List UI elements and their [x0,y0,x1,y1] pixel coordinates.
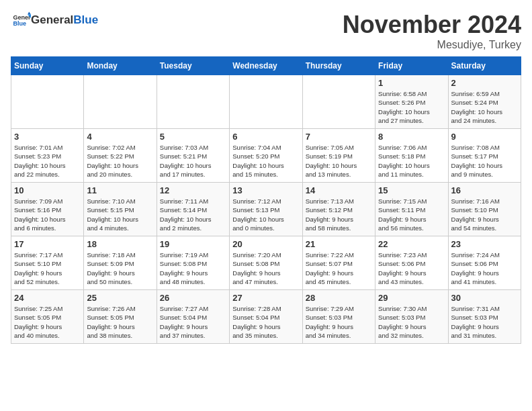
day-number: 15 [378,185,445,195]
day-number: 18 [87,239,153,249]
day-info: Sunrise: 7:22 AM Sunset: 5:07 PM Dayligh… [306,250,372,286]
day-info: Sunrise: 7:04 AM Sunset: 5:20 PM Dayligh… [232,143,299,179]
day-info: Sunrise: 7:25 AM Sunset: 5:05 PM Dayligh… [14,304,81,340]
calendar-cell [157,75,229,129]
day-number: 14 [306,185,372,195]
calendar-cell: 4Sunrise: 7:02 AM Sunset: 5:22 PM Daylig… [84,129,157,183]
calendar-cell [84,75,157,129]
week-row-1: 1Sunrise: 6:58 AM Sunset: 5:26 PM Daylig… [11,75,521,129]
day-number: 3 [14,132,81,142]
day-header-tuesday: Tuesday [157,57,229,75]
day-number: 11 [87,185,153,195]
day-number: 16 [451,185,518,195]
calendar-cell: 9Sunrise: 7:08 AM Sunset: 5:17 PM Daylig… [448,129,521,183]
calendar-cell: 13Sunrise: 7:12 AM Sunset: 5:13 PM Dayli… [230,183,302,236]
calendar-cell: 20Sunrise: 7:20 AM Sunset: 5:08 PM Dayli… [230,236,302,290]
day-header-thursday: Thursday [302,57,375,75]
day-info: Sunrise: 7:09 AM Sunset: 5:16 PM Dayligh… [14,197,81,232]
calendar-cell [230,75,302,129]
day-info: Sunrise: 7:16 AM Sunset: 5:10 PM Dayligh… [451,197,518,232]
calendar-cell: 21Sunrise: 7:22 AM Sunset: 5:07 PM Dayli… [302,236,375,290]
day-number: 4 [87,132,153,142]
day-number: 9 [451,132,518,142]
calendar-cell: 24Sunrise: 7:25 AM Sunset: 5:05 PM Dayli… [11,290,84,344]
day-header-monday: Monday [84,57,157,75]
day-number: 13 [232,185,299,195]
calendar-cell: 15Sunrise: 7:15 AM Sunset: 5:11 PM Dayli… [375,183,448,236]
week-row-4: 17Sunrise: 7:17 AM Sunset: 5:10 PM Dayli… [11,236,521,290]
day-info: Sunrise: 7:24 AM Sunset: 5:06 PM Dayligh… [451,250,518,286]
logo: General Blue GeneralBlue [11,11,98,30]
day-header-sunday: Sunday [11,57,84,75]
day-number: 29 [378,293,445,303]
day-header-saturday: Saturday [448,57,521,75]
days-header-row: SundayMondayTuesdayWednesdayThursdayFrid… [11,57,521,75]
day-info: Sunrise: 6:59 AM Sunset: 5:24 PM Dayligh… [451,89,518,125]
svg-text:Blue: Blue [13,20,26,27]
day-info: Sunrise: 7:29 AM Sunset: 5:03 PM Dayligh… [306,304,372,340]
day-info: Sunrise: 7:13 AM Sunset: 5:12 PM Dayligh… [306,197,372,232]
day-number: 28 [306,293,372,303]
day-info: Sunrise: 7:02 AM Sunset: 5:22 PM Dayligh… [87,143,153,179]
calendar-cell: 1Sunrise: 6:58 AM Sunset: 5:26 PM Daylig… [375,75,448,129]
day-number: 30 [451,293,518,303]
logo-icon: General Blue [12,11,31,30]
day-number: 25 [87,293,153,303]
week-row-5: 24Sunrise: 7:25 AM Sunset: 5:05 PM Dayli… [11,290,521,344]
calendar-cell: 11Sunrise: 7:10 AM Sunset: 5:15 PM Dayli… [84,183,157,236]
day-number: 20 [232,239,299,249]
calendar-cell: 14Sunrise: 7:13 AM Sunset: 5:12 PM Dayli… [302,183,375,236]
calendar-cell: 12Sunrise: 7:11 AM Sunset: 5:14 PM Dayli… [157,183,229,236]
day-number: 24 [14,293,81,303]
day-info: Sunrise: 7:12 AM Sunset: 5:13 PM Dayligh… [232,197,299,232]
day-header-friday: Friday [375,57,448,75]
calendar-cell: 19Sunrise: 7:19 AM Sunset: 5:08 PM Dayli… [157,236,229,290]
day-number: 27 [232,293,299,303]
logo-general-text: General [31,13,73,26]
calendar-cell: 8Sunrise: 7:06 AM Sunset: 5:18 PM Daylig… [375,129,448,183]
calendar-cell [302,75,375,129]
day-info: Sunrise: 7:18 AM Sunset: 5:09 PM Dayligh… [87,250,153,286]
logo-blue-text: Blue [73,13,98,26]
header: General Blue GeneralBlue November 2024 M… [11,11,521,51]
day-number: 12 [160,185,226,195]
calendar-cell: 17Sunrise: 7:17 AM Sunset: 5:10 PM Dayli… [11,236,84,290]
day-info: Sunrise: 7:10 AM Sunset: 5:15 PM Dayligh… [87,197,153,232]
day-number: 2 [451,78,518,88]
calendar-cell: 29Sunrise: 7:30 AM Sunset: 5:03 PM Dayli… [375,290,448,344]
day-info: Sunrise: 7:26 AM Sunset: 5:05 PM Dayligh… [87,304,153,340]
day-info: Sunrise: 7:19 AM Sunset: 5:08 PM Dayligh… [160,250,226,286]
calendar-cell: 22Sunrise: 7:23 AM Sunset: 5:06 PM Dayli… [375,236,448,290]
calendar-table: SundayMondayTuesdayWednesdayThursdayFrid… [11,56,521,344]
calendar-cell: 6Sunrise: 7:04 AM Sunset: 5:20 PM Daylig… [230,129,302,183]
calendar-cell: 16Sunrise: 7:16 AM Sunset: 5:10 PM Dayli… [448,183,521,236]
calendar-cell: 30Sunrise: 7:31 AM Sunset: 5:03 PM Dayli… [448,290,521,344]
day-number: 10 [14,185,81,195]
day-number: 21 [306,239,372,249]
day-number: 7 [306,132,372,142]
month-title: November 2024 [343,11,521,39]
calendar-cell: 25Sunrise: 7:26 AM Sunset: 5:05 PM Dayli… [84,290,157,344]
day-number: 19 [160,239,226,249]
day-info: Sunrise: 7:27 AM Sunset: 5:04 PM Dayligh… [160,304,226,340]
calendar-cell: 26Sunrise: 7:27 AM Sunset: 5:04 PM Dayli… [157,290,229,344]
day-number: 1 [378,78,445,88]
day-info: Sunrise: 7:03 AM Sunset: 5:21 PM Dayligh… [160,143,226,179]
location-title: Mesudiye, Turkey [343,39,521,51]
day-info: Sunrise: 7:23 AM Sunset: 5:06 PM Dayligh… [378,250,445,286]
calendar-cell: 2Sunrise: 6:59 AM Sunset: 5:24 PM Daylig… [448,75,521,129]
day-number: 8 [378,132,445,142]
day-number: 23 [451,239,518,249]
day-info: Sunrise: 7:01 AM Sunset: 5:23 PM Dayligh… [14,143,81,179]
day-number: 6 [232,132,299,142]
day-info: Sunrise: 7:30 AM Sunset: 5:03 PM Dayligh… [378,304,445,340]
calendar-cell: 23Sunrise: 7:24 AM Sunset: 5:06 PM Dayli… [448,236,521,290]
day-number: 22 [378,239,445,249]
day-info: Sunrise: 7:11 AM Sunset: 5:14 PM Dayligh… [160,197,226,232]
day-info: Sunrise: 7:06 AM Sunset: 5:18 PM Dayligh… [378,143,445,179]
calendar-cell: 27Sunrise: 7:28 AM Sunset: 5:04 PM Dayli… [230,290,302,344]
calendar-cell: 10Sunrise: 7:09 AM Sunset: 5:16 PM Dayli… [11,183,84,236]
day-header-wednesday: Wednesday [230,57,302,75]
day-number: 5 [160,132,226,142]
calendar-cell [11,75,84,129]
